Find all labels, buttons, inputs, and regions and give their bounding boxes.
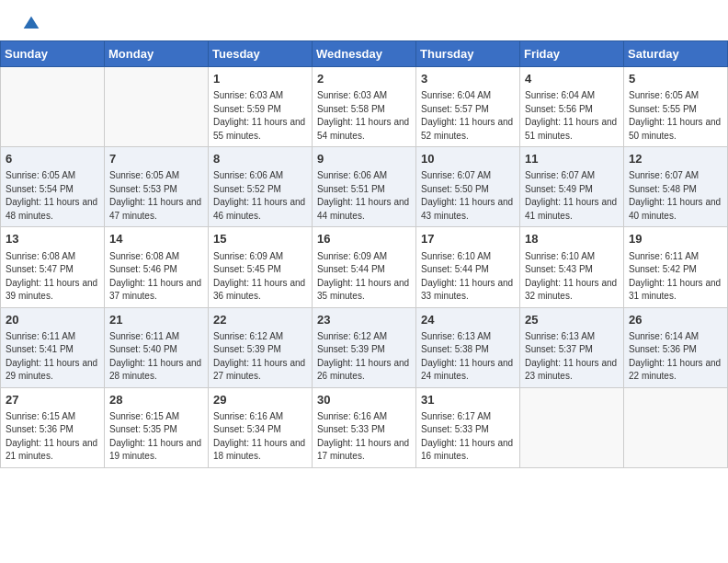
cell-info: Sunrise: 6:04 AM Sunset: 5:56 PM Dayligh… [525, 89, 619, 143]
calendar-cell: 23Sunrise: 6:12 AM Sunset: 5:39 PM Dayli… [313, 307, 416, 387]
cell-info: Sunrise: 6:08 AM Sunset: 5:46 PM Dayligh… [109, 250, 203, 304]
calendar-cell: 31Sunrise: 6:17 AM Sunset: 5:33 PM Dayli… [416, 387, 520, 467]
day-number: 9 [317, 151, 411, 167]
day-number: 26 [629, 312, 722, 328]
calendar-cell: 20Sunrise: 6:11 AM Sunset: 5:41 PM Dayli… [1, 307, 105, 387]
cell-info: Sunrise: 6:11 AM Sunset: 5:42 PM Dayligh… [629, 250, 722, 304]
day-number: 19 [629, 231, 722, 247]
day-number: 3 [421, 71, 515, 87]
cell-info: Sunrise: 6:11 AM Sunset: 5:41 PM Dayligh… [6, 330, 99, 384]
cell-info: Sunrise: 6:08 AM Sunset: 5:47 PM Dayligh… [6, 250, 99, 304]
calendar-cell: 27Sunrise: 6:15 AM Sunset: 5:36 PM Dayli… [1, 387, 105, 467]
calendar-week-row: 6Sunrise: 6:05 AM Sunset: 5:54 PM Daylig… [1, 147, 728, 227]
calendar-week-row: 20Sunrise: 6:11 AM Sunset: 5:41 PM Dayli… [1, 307, 728, 387]
calendar-cell: 1Sunrise: 6:03 AM Sunset: 5:59 PM Daylig… [209, 67, 313, 147]
header [0, 0, 728, 40]
day-number: 18 [525, 231, 619, 247]
cell-info: Sunrise: 6:05 AM Sunset: 5:55 PM Dayligh… [629, 89, 722, 143]
calendar-week-row: 27Sunrise: 6:15 AM Sunset: 5:36 PM Dayli… [1, 387, 728, 467]
calendar-cell [105, 67, 209, 147]
cell-info: Sunrise: 6:03 AM Sunset: 5:58 PM Dayligh… [317, 89, 411, 143]
cell-info: Sunrise: 6:13 AM Sunset: 5:37 PM Dayligh… [525, 330, 619, 384]
day-number: 20 [6, 312, 99, 328]
day-number: 4 [525, 71, 619, 87]
calendar-cell [520, 387, 624, 467]
calendar-cell: 6Sunrise: 6:05 AM Sunset: 5:54 PM Daylig… [1, 147, 105, 227]
cell-info: Sunrise: 6:11 AM Sunset: 5:40 PM Dayligh… [109, 330, 203, 384]
cell-info: Sunrise: 6:07 AM Sunset: 5:50 PM Dayligh… [421, 169, 515, 223]
cell-info: Sunrise: 6:10 AM Sunset: 5:44 PM Dayligh… [421, 250, 515, 304]
day-number: 31 [421, 392, 515, 408]
calendar-cell: 24Sunrise: 6:13 AM Sunset: 5:38 PM Dayli… [416, 307, 520, 387]
page: SundayMondayTuesdayWednesdayThursdayFrid… [0, 0, 728, 563]
calendar-header-thursday: Thursday [416, 41, 520, 67]
cell-info: Sunrise: 6:07 AM Sunset: 5:48 PM Dayligh… [629, 169, 722, 223]
calendar-cell: 13Sunrise: 6:08 AM Sunset: 5:47 PM Dayli… [1, 227, 105, 307]
cell-info: Sunrise: 6:05 AM Sunset: 5:54 PM Dayligh… [6, 169, 99, 223]
cell-info: Sunrise: 6:15 AM Sunset: 5:35 PM Dayligh… [109, 410, 203, 464]
calendar-cell: 12Sunrise: 6:07 AM Sunset: 5:48 PM Dayli… [624, 147, 728, 227]
day-number: 13 [6, 231, 99, 247]
cell-info: Sunrise: 6:09 AM Sunset: 5:45 PM Dayligh… [213, 250, 307, 304]
day-number: 23 [317, 312, 411, 328]
calendar-cell: 21Sunrise: 6:11 AM Sunset: 5:40 PM Dayli… [105, 307, 209, 387]
calendar-cell: 5Sunrise: 6:05 AM Sunset: 5:55 PM Daylig… [624, 67, 728, 147]
calendar-header-saturday: Saturday [624, 41, 728, 67]
cell-info: Sunrise: 6:06 AM Sunset: 5:51 PM Dayligh… [317, 169, 411, 223]
calendar-header-friday: Friday [520, 41, 624, 67]
day-number: 28 [109, 392, 203, 408]
cell-info: Sunrise: 6:15 AM Sunset: 5:36 PM Dayligh… [6, 410, 99, 464]
logo [18, 15, 40, 33]
day-number: 25 [525, 312, 619, 328]
cell-info: Sunrise: 6:16 AM Sunset: 5:33 PM Dayligh… [317, 410, 411, 464]
calendar-cell [1, 67, 105, 147]
cell-info: Sunrise: 6:06 AM Sunset: 5:52 PM Dayligh… [213, 169, 307, 223]
calendar-cell: 7Sunrise: 6:05 AM Sunset: 5:53 PM Daylig… [105, 147, 209, 227]
calendar-cell: 17Sunrise: 6:10 AM Sunset: 5:44 PM Dayli… [416, 227, 520, 307]
day-number: 2 [317, 71, 411, 87]
calendar-cell: 8Sunrise: 6:06 AM Sunset: 5:52 PM Daylig… [209, 147, 313, 227]
cell-info: Sunrise: 6:09 AM Sunset: 5:44 PM Dayligh… [317, 250, 411, 304]
day-number: 6 [6, 151, 99, 167]
day-number: 8 [213, 151, 307, 167]
day-number: 1 [213, 71, 307, 87]
calendar-week-row: 13Sunrise: 6:08 AM Sunset: 5:47 PM Dayli… [1, 227, 728, 307]
calendar-cell: 30Sunrise: 6:16 AM Sunset: 5:33 PM Dayli… [313, 387, 416, 467]
day-number: 22 [213, 312, 307, 328]
calendar-header-sunday: Sunday [1, 41, 105, 67]
calendar-cell: 22Sunrise: 6:12 AM Sunset: 5:39 PM Dayli… [209, 307, 313, 387]
calendar-cell: 2Sunrise: 6:03 AM Sunset: 5:58 PM Daylig… [313, 67, 416, 147]
calendar-cell: 25Sunrise: 6:13 AM Sunset: 5:37 PM Dayli… [520, 307, 624, 387]
cell-info: Sunrise: 6:04 AM Sunset: 5:57 PM Dayligh… [421, 89, 515, 143]
calendar-cell: 9Sunrise: 6:06 AM Sunset: 5:51 PM Daylig… [313, 147, 416, 227]
cell-info: Sunrise: 6:12 AM Sunset: 5:39 PM Dayligh… [213, 330, 307, 384]
day-number: 10 [421, 151, 515, 167]
day-number: 7 [109, 151, 203, 167]
day-number: 30 [317, 392, 411, 408]
day-number: 11 [525, 151, 619, 167]
cell-info: Sunrise: 6:13 AM Sunset: 5:38 PM Dayligh… [421, 330, 515, 384]
cell-info: Sunrise: 6:03 AM Sunset: 5:59 PM Dayligh… [213, 89, 307, 143]
calendar-cell: 16Sunrise: 6:09 AM Sunset: 5:44 PM Dayli… [313, 227, 416, 307]
day-number: 5 [629, 71, 722, 87]
calendar-header-tuesday: Tuesday [209, 41, 313, 67]
calendar-cell [624, 387, 728, 467]
logo-icon [22, 15, 40, 33]
calendar-header-monday: Monday [105, 41, 209, 67]
day-number: 21 [109, 312, 203, 328]
cell-info: Sunrise: 6:17 AM Sunset: 5:33 PM Dayligh… [421, 410, 515, 464]
calendar-cell: 14Sunrise: 6:08 AM Sunset: 5:46 PM Dayli… [105, 227, 209, 307]
day-number: 14 [109, 231, 203, 247]
cell-info: Sunrise: 6:10 AM Sunset: 5:43 PM Dayligh… [525, 250, 619, 304]
day-number: 27 [6, 392, 99, 408]
calendar-cell: 3Sunrise: 6:04 AM Sunset: 5:57 PM Daylig… [416, 67, 520, 147]
day-number: 29 [213, 392, 307, 408]
day-number: 24 [421, 312, 515, 328]
day-number: 17 [421, 231, 515, 247]
cell-info: Sunrise: 6:07 AM Sunset: 5:49 PM Dayligh… [525, 169, 619, 223]
calendar-cell: 11Sunrise: 6:07 AM Sunset: 5:49 PM Dayli… [520, 147, 624, 227]
calendar-header-wednesday: Wednesday [313, 41, 416, 67]
cell-info: Sunrise: 6:05 AM Sunset: 5:53 PM Dayligh… [109, 169, 203, 223]
calendar-cell: 28Sunrise: 6:15 AM Sunset: 5:35 PM Dayli… [105, 387, 209, 467]
cell-info: Sunrise: 6:16 AM Sunset: 5:34 PM Dayligh… [213, 410, 307, 464]
